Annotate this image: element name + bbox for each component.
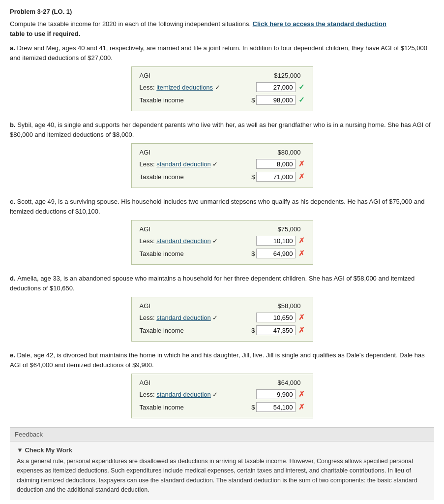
part-a-less-input-wrap: ✓ (220, 82, 305, 92)
intro-required: table to use if required. (10, 30, 80, 37)
part-c-less-label: Less: standard deduction ✓ (140, 237, 218, 245)
part-b-less-cross-icon: ✗ (298, 159, 305, 168)
part-a-taxable-check-icon: ✓ (298, 95, 305, 104)
part-d-section: d. Amelia, age 33, is an abandoned spous… (10, 274, 434, 342)
part-c-taxable-row: Taxable income $ ✗ (140, 249, 305, 258)
part-e-taxable-input[interactable] (256, 402, 296, 412)
part-e-calc-table: AGI $64,000 Less: standard deduction ✓ ✗… (131, 374, 313, 418)
part-a-agi-row: AGI $125,000 (140, 72, 305, 79)
part-a-taxable-input[interactable] (256, 95, 296, 105)
part-c-section: c. Scott, age 49, is a surviving spouse.… (10, 197, 434, 265)
part-b-agi-label: AGI (140, 149, 218, 156)
part-a-body: Drew and Meg, ages 40 and 41, respective… (10, 44, 427, 62)
part-c-text: c. Scott, age 49, is a surviving spouse.… (10, 197, 434, 216)
part-d-body: Amelia, age 33, is an abandoned spouse w… (10, 275, 414, 292)
part-e-less-input[interactable] (256, 389, 296, 399)
part-b-taxable-cross-icon: ✗ (298, 172, 305, 181)
problem-container: Problem 3-27 (LO. 1) Compute the taxable… (10, 8, 434, 500)
part-e-agi-row: AGI $64,000 (140, 379, 305, 386)
part-c-agi-value: $75,000 (218, 225, 305, 233)
part-c-taxable-input-wrap: $ ✗ (218, 249, 305, 258)
part-e-less-cross-icon: ✗ (298, 390, 305, 399)
part-e-less-label: Less: standard deduction ✓ (140, 391, 218, 398)
part-b-less-row: Less: standard deduction ✓ ✗ (140, 159, 305, 169)
part-b-less-input[interactable] (256, 159, 296, 169)
part-c-agi-label: AGI (140, 225, 218, 233)
part-e-dollar-sign: $ (251, 404, 255, 411)
part-c-label: c. (10, 198, 17, 205)
part-d-taxable-input[interactable] (256, 325, 296, 335)
standard-deduction-link[interactable]: Click here to access the standard deduct… (253, 20, 386, 28)
part-b-agi-row: AGI $80,000 (140, 149, 305, 156)
part-b-taxable-input-wrap: $ ✗ (218, 172, 305, 182)
part-c-dollar-sign: $ (251, 250, 255, 257)
triangle-icon: ▼ (17, 446, 25, 454)
check-my-work-label: Check My Work (25, 446, 72, 454)
part-e-agi-label: AGI (140, 379, 218, 386)
part-a-label: a. (10, 44, 17, 52)
part-e-deduction-link[interactable]: standard deduction (156, 391, 211, 398)
feedback-bar: Feedback (10, 427, 434, 441)
part-c-less-row: Less: standard deduction ✓ ✗ (140, 236, 305, 246)
part-d-text: d. Amelia, age 33, is an abandoned spous… (10, 274, 434, 293)
part-c-less-input[interactable] (256, 236, 296, 246)
part-d-less-row: Less: standard deduction ✓ ✗ (140, 313, 305, 322)
part-d-taxable-cross-icon: ✗ (298, 326, 305, 335)
part-a-taxable-row: Taxable income $ ✓ (140, 95, 305, 105)
part-a-calc-table: AGI $125,000 Less: itemized deductions ✓… (131, 66, 313, 111)
part-e-body: Dale, age 42, is divorced but maintains … (10, 351, 425, 369)
part-e-taxable-cross-icon: ✗ (298, 403, 305, 411)
part-b-calc-table: AGI $80,000 Less: standard deduction ✓ ✗… (131, 143, 313, 188)
part-b-body: Sybil, age 40, is single and supports he… (10, 121, 431, 138)
part-a-table-wrapper: AGI $125,000 Less: itemized deductions ✓… (10, 66, 434, 111)
part-e-text: e. Dale, age 42, is divorced but maintai… (10, 350, 434, 370)
part-b-taxable-row: Taxable income $ ✗ (140, 172, 305, 182)
part-a-text: a. Drew and Meg, ages 40 and 41, respect… (10, 43, 434, 63)
part-b-less-label: Less: standard deduction ✓ (140, 160, 218, 168)
part-e-taxable-input-wrap: $ ✗ (218, 402, 305, 412)
part-e-taxable-row: Taxable income $ ✗ (140, 402, 305, 412)
intro-text-prefix: Compute the taxable income for 2020 in e… (10, 20, 253, 28)
part-d-table-wrapper: AGI $58,000 Less: standard deduction ✓ ✗… (10, 297, 434, 342)
part-b-taxable-input[interactable] (256, 172, 296, 182)
part-a-agi-label: AGI (140, 72, 218, 79)
part-d-less-input-wrap: ✗ (218, 313, 305, 322)
part-c-less-input-wrap: ✗ (218, 236, 305, 246)
part-d-agi-label: AGI (140, 302, 218, 310)
check-my-work-text: As a general rule, personal expenditures… (17, 457, 427, 495)
part-e-taxable-label: Taxable income (140, 404, 218, 411)
part-b-agi-value: $80,000 (218, 149, 305, 156)
part-d-taxable-row: Taxable income $ ✗ (140, 325, 305, 335)
feedback-label: Feedback (15, 431, 43, 438)
part-c-agi-row: AGI $75,000 (140, 225, 305, 233)
part-e-table-wrapper: AGI $64,000 Less: standard deduction ✓ ✗… (10, 374, 434, 418)
part-b-label: b. (10, 121, 17, 128)
part-a-section: a. Drew and Meg, ages 40 and 41, respect… (10, 43, 434, 111)
part-b-text: b. Sybil, age 40, is single and supports… (10, 120, 434, 139)
part-d-agi-value: $58,000 (218, 302, 305, 310)
part-e-less-row: Less: standard deduction ✓ ✗ (140, 389, 305, 399)
check-my-work-title[interactable]: ▼ Check My Work (17, 446, 427, 454)
part-c-less-cross-icon: ✗ (298, 236, 305, 245)
problem-title: Problem 3-27 (LO. 1) (10, 8, 434, 15)
part-b-table-wrapper: AGI $80,000 Less: standard deduction ✓ ✗… (10, 143, 434, 188)
part-c-calc-table: AGI $75,000 Less: standard deduction ✓ ✗… (131, 220, 313, 265)
part-c-deduction-link[interactable]: standard deduction (156, 237, 211, 245)
part-a-less-row: Less: itemized deductions ✓ ✓ (140, 82, 305, 92)
part-c-taxable-input[interactable] (256, 249, 296, 258)
part-b-section: b. Sybil, age 40, is single and supports… (10, 120, 434, 188)
part-d-less-input[interactable] (256, 313, 296, 322)
part-a-less-check-icon: ✓ (298, 83, 305, 92)
part-c-taxable-cross-icon: ✗ (298, 249, 305, 258)
part-a-taxable-input-wrap: $ ✓ (218, 95, 305, 105)
part-c-table-wrapper: AGI $75,000 Less: standard deduction ✓ ✗… (10, 220, 434, 265)
part-a-less-input[interactable] (256, 82, 296, 92)
part-a-taxable-label: Taxable income (140, 96, 218, 104)
part-b-taxable-label: Taxable income (140, 173, 218, 181)
part-b-deduction-link[interactable]: standard deduction (156, 160, 211, 168)
part-a-deduction-link[interactable]: itemized deductions (156, 84, 213, 91)
part-d-calc-table: AGI $58,000 Less: standard deduction ✓ ✗… (131, 297, 313, 342)
part-e-less-input-wrap: ✗ (218, 389, 305, 399)
part-d-deduction-link[interactable]: standard deduction (156, 314, 211, 321)
part-a-less-label: Less: itemized deductions ✓ (140, 84, 220, 91)
